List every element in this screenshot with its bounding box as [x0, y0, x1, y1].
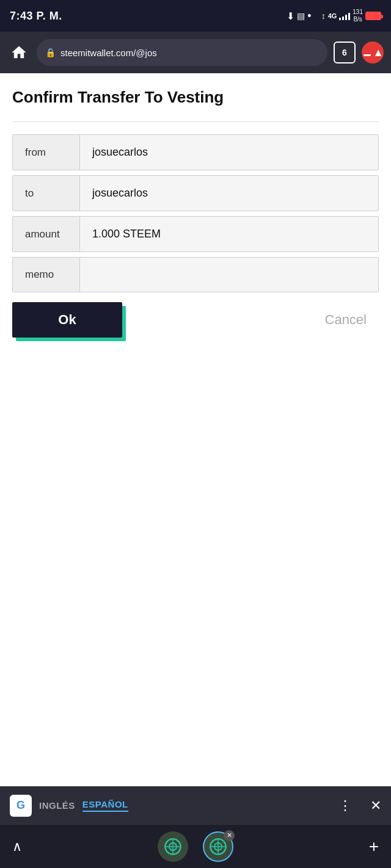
action-buttons: Ok Cancel: [12, 302, 379, 338]
network-arrow-icon: ↕: [321, 11, 326, 21]
tabs-bar-left: ∧: [12, 839, 49, 855]
memo-value: [80, 258, 378, 292]
amount-label: amount: [13, 217, 80, 251]
translator-bar: G INGLÉS ESPAÑOL ⋮ ✕: [0, 786, 391, 824]
lang-español[interactable]: ESPAÑOL: [82, 799, 128, 812]
tabs-bar-center: ✕: [49, 831, 342, 862]
tab-icon-1: [164, 837, 182, 856]
browser-nav-bar: 🔒 steemitwallet.com/@jos 6 ▲: [0, 32, 391, 73]
to-value: josuecarlos: [80, 176, 378, 211]
tab-count-button[interactable]: 6: [334, 42, 356, 63]
ok-button-wrapper: Ok: [12, 302, 122, 338]
google-translate-icon: G: [10, 795, 32, 817]
memo-label: memo: [13, 258, 80, 292]
amount-value: 1.000 STEEM: [80, 217, 378, 251]
amount-field-row: amount 1.000 STEEM: [12, 216, 379, 252]
tabs-bar-right: +: [342, 837, 379, 856]
tab-item-2-active[interactable]: ✕: [203, 831, 233, 862]
battery-icon: [365, 12, 381, 20]
from-value: josuecarlos: [80, 135, 378, 170]
chevron-up-button[interactable]: ∧: [12, 839, 22, 855]
memo-field-row: memo: [12, 257, 379, 292]
tabs-bar: ∧ ✕ +: [0, 824, 391, 868]
download-icon: ⬇: [287, 10, 294, 22]
speed-indicator: 131 B/s: [353, 9, 363, 23]
lock-icon: 🔒: [45, 48, 56, 57]
page-title: Confirm Transfer To Vesting: [12, 88, 379, 107]
translator-menu-button[interactable]: ⋮: [338, 798, 353, 814]
translator-close-button[interactable]: ✕: [370, 798, 381, 814]
ok-button[interactable]: Ok: [12, 302, 122, 338]
tab-icon-2: [209, 837, 227, 856]
dot-indicator: •: [307, 10, 311, 23]
tab-close-badge[interactable]: ✕: [224, 830, 235, 841]
tab-item-1[interactable]: [158, 831, 188, 862]
upload-button[interactable]: ▲: [362, 42, 384, 63]
home-button[interactable]: [7, 41, 31, 64]
cancel-button[interactable]: Cancel: [325, 312, 379, 328]
signal-bars: [339, 12, 350, 20]
upload-icon: [362, 46, 373, 59]
from-label: from: [13, 135, 80, 170]
status-bar: 7:43 P. M. ⬇ ▤ • ↕ 4G 131 B/s: [0, 0, 391, 32]
url-text: steemitwallet.com/@jos: [60, 48, 157, 58]
status-time: 7:43 P. M.: [10, 10, 62, 23]
lang-inglés[interactable]: INGLÉS: [39, 800, 75, 811]
transfer-form: from josuecarlos to josuecarlos amount 1…: [12, 134, 379, 292]
url-bar[interactable]: 🔒 steemitwallet.com/@jos: [37, 39, 327, 66]
page-content: Confirm Transfer To Vesting from josueca…: [0, 73, 391, 549]
to-label: to: [13, 176, 80, 211]
new-tab-button[interactable]: +: [369, 837, 379, 856]
title-divider: [12, 121, 379, 122]
upload-arrow: ▲: [373, 46, 384, 59]
home-icon: [10, 44, 27, 61]
to-field-row: to josuecarlos: [12, 175, 379, 211]
sim-icon: ▤: [297, 11, 305, 21]
from-field-row: from josuecarlos: [12, 134, 379, 170]
status-icons: ⬇ ▤ • ↕ 4G 131 B/s: [287, 9, 381, 23]
lte-label: 4G: [328, 12, 337, 20]
